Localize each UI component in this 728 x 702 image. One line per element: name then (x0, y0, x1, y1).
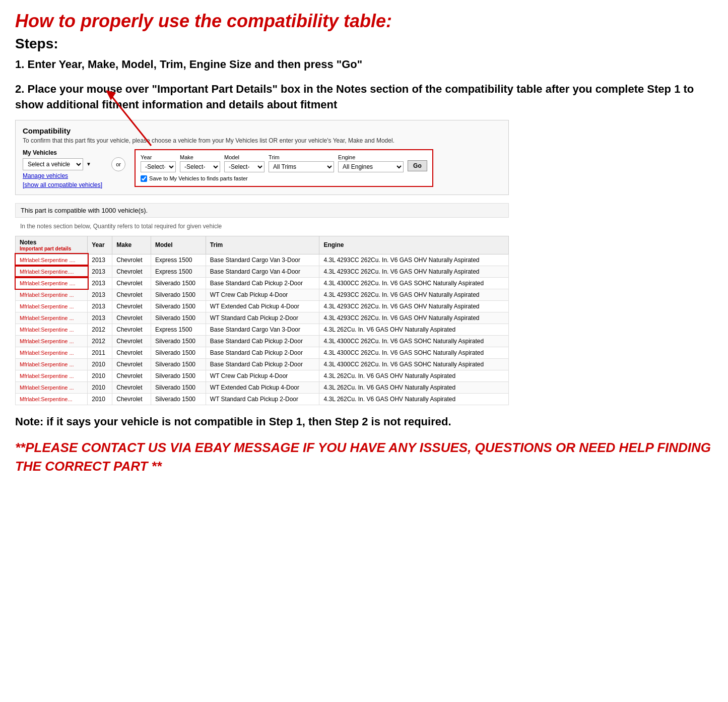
cell-make: Chevrolet (112, 266, 151, 277)
table-row: Mfrlabel:Serpentine....2013ChevroletExpr… (16, 266, 509, 277)
cell-year: 2012 (88, 324, 112, 335)
cell-trim: Base Standard Cargo Van 3-Door (206, 324, 319, 335)
cell-model: Silverado 1500 (151, 312, 206, 324)
cell-year: 2013 (88, 254, 112, 266)
col-trim: Trim (206, 236, 319, 254)
col-engine: Engine (319, 236, 509, 254)
trim-select[interactable]: All Trims (269, 161, 334, 172)
col-model: Model (151, 236, 206, 254)
dropdown-icon: ▼ (86, 161, 91, 167)
cell-trim: Base Standard Cab Pickup 2-Door (206, 335, 319, 347)
table-row: Mfrlabel:Serpentine ...2013ChevroletSilv… (16, 300, 509, 312)
make-label: Make (180, 154, 220, 160)
cell-notes: Mfrlabel:Serpentine .... (16, 254, 88, 266)
cell-make: Chevrolet (112, 300, 151, 312)
cell-engine: 4.3L 4293CC 262Cu. In. V6 GAS OHV Natura… (319, 266, 509, 277)
cell-model: Silverado 1500 (151, 370, 206, 381)
cell-trim: WT Crew Cab Pickup 4-Door (206, 289, 319, 300)
cell-year: 2010 (88, 393, 112, 405)
save-checkbox-label: Save to My Vehicles to finds parts faste… (149, 175, 248, 181)
cell-model: Silverado 1500 (151, 277, 206, 289)
trim-field: Trim All Trims (269, 154, 334, 172)
cell-trim: Base Standard Cargo Van 4-Door (206, 266, 319, 277)
cell-year: 2013 (88, 312, 112, 324)
cell-trim: WT Standard Cab Pickup 2-Door (206, 393, 319, 405)
cell-year: 2013 (88, 277, 112, 289)
table-row: Mfrlabel:Serpentine ...2013ChevroletSilv… (16, 289, 509, 300)
col-notes: Notes Important part details (16, 236, 88, 254)
cell-year: 2013 (88, 300, 112, 312)
note-text: Note: if it says your vehicle is not com… (15, 414, 713, 430)
cell-engine: 4.3L 4300CC 262Cu. In. V6 GAS SOHC Natur… (319, 347, 509, 358)
vehicle-select-row: Select a vehicle ▼ (23, 158, 102, 170)
cell-notes: Mfrlabel:Serpentine.... (16, 266, 88, 277)
cell-make: Chevrolet (112, 335, 151, 347)
cell-trim: Base Standard Cab Pickup 2-Door (206, 347, 319, 358)
svg-line-0 (111, 95, 151, 146)
quantity-note: In the notes section below, Quantity ref… (15, 221, 509, 232)
go-button[interactable]: Go (408, 160, 427, 171)
cell-year: 2012 (88, 335, 112, 347)
steps-title: Steps: (15, 36, 713, 52)
table-row: Mfrlabel:Serpentine ...2010ChevroletSilv… (16, 370, 509, 381)
model-select[interactable]: -Select- (224, 161, 264, 172)
vehicle-select[interactable]: Select a vehicle (23, 158, 83, 170)
cell-make: Chevrolet (112, 289, 151, 300)
cell-make: Chevrolet (112, 324, 151, 335)
cell-engine: 4.3L 4293CC 262Cu. In. V6 GAS OHV Natura… (319, 300, 509, 312)
cell-year: 2010 (88, 358, 112, 370)
cell-engine: 4.3L 4293CC 262Cu. In. V6 GAS OHV Natura… (319, 254, 509, 266)
cell-model: Silverado 1500 (151, 381, 206, 393)
cell-engine: 4.3L 4300CC 262Cu. In. V6 GAS SOHC Natur… (319, 335, 509, 347)
engine-label: Engine (338, 154, 404, 160)
col-year: Year (88, 236, 112, 254)
year-make-section: Year -Select- Make -Select- Model -Selec… (135, 149, 433, 187)
table-row: Mfrlabel:Serpentine ...2012ChevroletExpr… (16, 324, 509, 335)
cell-notes: Mfrlabel:Serpentine ... (16, 381, 88, 393)
cell-make: Chevrolet (112, 358, 151, 370)
table-row: Mfrlabel:Serpentine ....2013ChevroletExp… (16, 254, 509, 266)
compatibility-section: Compatibility To confirm that this part … (15, 120, 509, 195)
cell-notes: Mfrlabel:Serpentine ... (16, 370, 88, 381)
cell-year: 2010 (88, 370, 112, 381)
year-select[interactable]: -Select- (141, 161, 176, 172)
cell-model: Silverado 1500 (151, 347, 206, 358)
cell-model: Silverado 1500 (151, 335, 206, 347)
table-row: Mfrlabel:Serpentine ...2011ChevroletSilv… (16, 347, 509, 358)
cell-notes: Mfrlabel:Serpentine .... (16, 277, 88, 289)
show-all-compatible-link[interactable]: [show all compatible vehicles] (23, 181, 102, 188)
step1-text: 1. Enter Year, Make, Model, Trim, Engine… (15, 57, 713, 73)
table-row: Mfrlabel:Serpentine ...2010ChevroletSilv… (16, 381, 509, 393)
table-row: Mfrlabel:Serpentine ...2010ChevroletSilv… (16, 358, 509, 370)
manage-vehicles-link[interactable]: Manage vehicles (23, 172, 102, 179)
cell-year: 2013 (88, 289, 112, 300)
save-checkbox[interactable] (141, 175, 147, 182)
year-field: Year -Select- (141, 154, 176, 172)
cell-trim: WT Standard Cab Pickup 2-Door (206, 312, 319, 324)
model-field: Model -Select- (224, 154, 264, 172)
cell-notes: Mfrlabel:Serpentine ... (16, 358, 88, 370)
cell-notes: Mfrlabel:Serpentine ... (16, 335, 88, 347)
cell-notes: Mfrlabel:Serpentine ... (16, 347, 88, 358)
cell-notes: Mfrlabel:Serpentine... (16, 393, 88, 405)
trim-label: Trim (269, 154, 334, 160)
make-field: Make -Select- (180, 154, 220, 172)
cell-model: Express 1500 (151, 266, 206, 277)
year-label: Year (141, 154, 176, 160)
make-select[interactable]: -Select- (180, 161, 220, 172)
cell-model: Express 1500 (151, 254, 206, 266)
cell-model: Silverado 1500 (151, 358, 206, 370)
cell-year: 2010 (88, 381, 112, 393)
cell-make: Chevrolet (112, 370, 151, 381)
cell-engine: 4.3L 262Cu. In. V6 GAS OHV Naturally Asp… (319, 393, 509, 405)
engine-select[interactable]: All Engines (338, 161, 404, 172)
compat-count-text: This part is compatible with 1000 vehicl… (21, 207, 148, 214)
cell-engine: 4.3L 4300CC 262Cu. In. V6 GAS SOHC Natur… (319, 358, 509, 370)
cell-make: Chevrolet (112, 254, 151, 266)
or-separator: or (111, 157, 125, 171)
cell-notes: Mfrlabel:Serpentine ... (16, 289, 88, 300)
contact-text: **PLEASE CONTACT US VIA EBAY MESSAGE IF … (15, 438, 713, 475)
cell-notes: Mfrlabel:Serpentine ... (16, 312, 88, 324)
compatibility-table: Notes Important part details Year Make M… (15, 236, 509, 405)
cell-engine: 4.3L 4293CC 262Cu. In. V6 GAS OHV Natura… (319, 312, 509, 324)
